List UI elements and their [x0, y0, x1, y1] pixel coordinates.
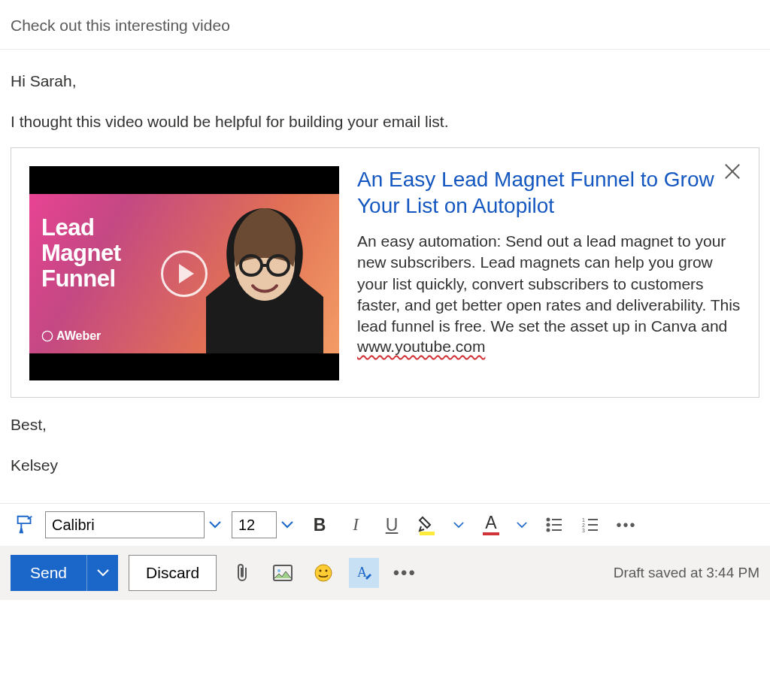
svg-point-22	[326, 570, 328, 572]
chevron-down-icon[interactable]	[513, 511, 531, 538]
svg-point-10	[547, 529, 550, 532]
video-thumbnail[interactable]: Lead Magnet Funnel AWeber	[29, 166, 339, 380]
send-options-button[interactable]	[86, 555, 118, 591]
thumb-brand: AWeber	[41, 329, 101, 343]
bold-button[interactable]: B	[304, 510, 335, 540]
svg-point-21	[320, 570, 322, 572]
thumb-headline: Lead Magnet Funnel	[41, 215, 121, 292]
underline-button[interactable]: U	[376, 510, 408, 540]
body-greeting: Hi Sarah,	[11, 72, 759, 90]
svg-text:1: 1	[582, 517, 585, 523]
format-painter-icon[interactable]	[9, 510, 41, 540]
font-family-input[interactable]	[45, 511, 205, 538]
svg-point-20	[315, 565, 332, 581]
svg-text:A: A	[357, 565, 367, 580]
font-size-input[interactable]	[232, 511, 277, 538]
font-size-select[interactable]	[232, 511, 299, 538]
italic-button[interactable]: I	[340, 510, 371, 540]
email-subject[interactable]: Check out this interesting video	[0, 0, 770, 50]
svg-text:2: 2	[582, 523, 585, 528]
close-icon[interactable]	[723, 162, 742, 181]
svg-point-6	[547, 519, 550, 521]
discard-button[interactable]: Discard	[129, 555, 217, 591]
draft-status: Draft saved at 3:44 PM	[614, 565, 759, 581]
chevron-down-icon[interactable]	[450, 511, 468, 538]
attach-icon[interactable]	[227, 558, 257, 588]
preview-title[interactable]: An Easy Lead Magnet Funnel to Grow Your …	[357, 166, 717, 219]
play-icon[interactable]	[161, 250, 208, 297]
signature-icon[interactable]: A	[349, 558, 379, 588]
body-closing: Best,	[11, 416, 759, 434]
email-body-editor[interactable]: Hi Sarah, I thought this video would be …	[0, 50, 770, 474]
svg-point-0	[42, 331, 52, 341]
bulleted-list-button[interactable]	[538, 510, 570, 540]
emoji-icon[interactable]	[308, 558, 338, 588]
more-actions[interactable]: •••	[390, 558, 420, 588]
format-toolbar: B I U A 123 •••	[0, 503, 770, 546]
numbered-list-button[interactable]: 123	[574, 510, 606, 540]
svg-point-8	[547, 524, 550, 526]
send-button[interactable]: Send	[11, 555, 86, 591]
svg-text:3: 3	[582, 528, 585, 533]
svg-point-19	[277, 569, 280, 572]
link-preview-card: Lead Magnet Funnel AWeber	[11, 147, 759, 398]
font-family-select[interactable]	[45, 511, 227, 538]
preview-description: An easy automation: Send out a lead magn…	[357, 231, 744, 338]
highlight-button[interactable]	[412, 510, 444, 540]
svg-rect-5	[420, 532, 435, 535]
preview-source: www.youtube.com	[357, 338, 744, 356]
chevron-down-icon[interactable]	[278, 511, 296, 538]
chevron-down-icon[interactable]	[206, 511, 224, 538]
font-color-button[interactable]: A	[475, 510, 507, 540]
person-illustration	[199, 199, 330, 353]
body-signature: Kelsey	[11, 456, 759, 474]
send-bar: Send Discard A ••• Draft saved at 3:44 P…	[0, 546, 770, 600]
body-line: I thought this video would be helpful fo…	[11, 113, 759, 131]
insert-image-icon[interactable]	[268, 558, 298, 588]
more-format-options[interactable]: •••	[611, 510, 642, 540]
